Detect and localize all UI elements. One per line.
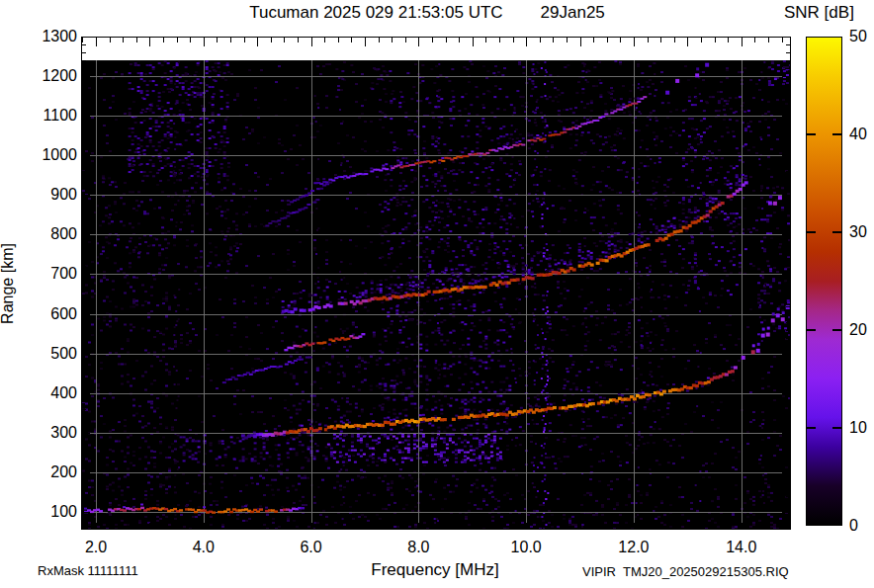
colorbar-tick [807,427,816,429]
y-tick-label: 900 [28,186,77,204]
ionogram-page: Tucuman 2025 029 21:53:05 UTC 29Jan25 SN… [0,0,874,588]
colorbar-tick [807,133,816,135]
colorbar-title: SNR [dB] [784,3,854,23]
x-axis-label: Frequency [MHz] [326,560,544,580]
x-tick-label: 10.0 [502,539,550,556]
y-tick-label: 1100 [28,107,77,125]
colorbar-tick-label: 30 [849,223,874,241]
colorbar-tick-label: 40 [849,126,874,143]
colorbar-tick [807,329,816,331]
y-tick-label: 300 [28,424,77,442]
y-tick-label: 1200 [28,67,77,85]
colorbar-tick-label: 50 [849,28,874,45]
x-tick-label: 14.0 [718,539,765,556]
file-name-label: VIPIR TMJ20_2025029215305.RIQ [582,564,789,579]
plot-title: Tucuman 2025 029 21:53:05 UTC 29Jan25 [81,3,773,23]
rxmask-label: RxMask 11111111 [38,563,138,578]
y-tick-label: 400 [28,384,77,402]
colorbar-tick-label: 0 [849,517,874,535]
y-tick-label: 200 [28,463,77,481]
colorbar-tick [807,231,816,233]
y-tick-label: 800 [28,225,77,243]
x-tick-label: 12.0 [610,539,657,556]
y-tick-label: 600 [28,305,77,323]
y-tick-label: 1300 [28,28,77,45]
y-axis-label: Range [km] [0,229,17,338]
x-tick-label: 4.0 [180,539,227,556]
x-tick-label: 2.0 [72,539,120,556]
ionogram-canvas [81,37,791,530]
x-tick-label: 8.0 [394,539,442,556]
colorbar-tick [832,427,841,429]
colorbar-tick-label: 10 [849,419,874,437]
plot-title-station-time: Tucuman 2025 029 21:53:05 UTC [249,3,502,23]
colorbar-tick-label: 20 [849,321,874,339]
colorbar-tick [832,231,841,233]
colorbar-tick [832,133,841,135]
colorbar-tick [832,329,841,331]
y-tick-label: 500 [28,345,77,363]
plot-title-date: 29Jan25 [541,3,605,23]
y-tick-label: 1000 [28,146,77,164]
x-tick-label: 6.0 [288,539,335,556]
colorbar [806,37,842,526]
y-tick-label: 100 [28,503,77,521]
y-tick-label: 700 [28,265,77,283]
